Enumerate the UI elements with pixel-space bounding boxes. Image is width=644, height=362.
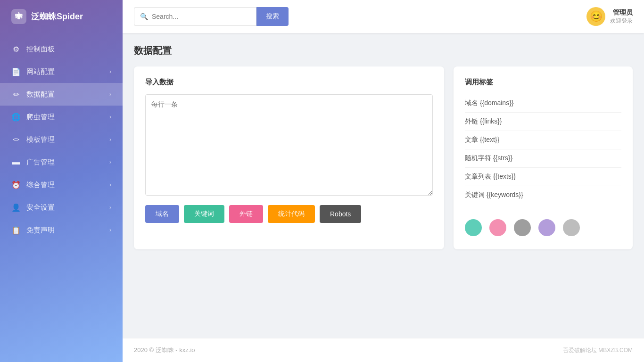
header-user: 😊 管理员 欢迎登录 bbox=[586, 7, 633, 26]
page-title: 数据配置 bbox=[134, 44, 633, 57]
sidebar-logo: 🕷 泛蜘蛛Spider bbox=[0, 0, 123, 33]
site-config-icon: 📄 bbox=[11, 67, 21, 76]
import-card: 导入数据 域名 关键词 外链 统计代码 Robots bbox=[134, 66, 444, 249]
chevron-icon: › bbox=[109, 159, 111, 165]
sidebar-item-general[interactable]: ⏰ 综合管理 › bbox=[0, 173, 123, 196]
tags-card-title: 调用标签 bbox=[465, 78, 621, 87]
sidebar-item-label: 爬虫管理 bbox=[26, 113, 55, 122]
tag-item-text: 文章 {{text}} bbox=[465, 131, 621, 149]
chevron-icon: › bbox=[109, 114, 111, 120]
content-area: 数据配置 导入数据 域名 关键词 外链 统计代码 Robots 调用标签 域名 … bbox=[123, 33, 644, 338]
content-grid: 导入数据 域名 关键词 外链 统计代码 Robots 调用标签 域名 {{dom… bbox=[134, 66, 633, 249]
chevron-icon: › bbox=[109, 204, 111, 211]
app-name: 泛蜘蛛Spider bbox=[31, 11, 83, 22]
chevron-icon: › bbox=[109, 181, 111, 188]
sidebar-item-disclaimer[interactable]: 📋 免责声明 › bbox=[0, 219, 123, 241]
sidebar-item-data-config[interactable]: ✏ 数据配置 › bbox=[0, 83, 123, 106]
keyword-button[interactable]: 关键词 bbox=[184, 205, 224, 223]
chevron-icon: › bbox=[109, 227, 111, 233]
chevron-icon: › bbox=[109, 68, 111, 75]
sidebar-item-site-config[interactable]: 📄 网站配置 › bbox=[0, 60, 123, 83]
ads-icon: ▬ bbox=[11, 157, 21, 167]
chevron-icon: › bbox=[109, 91, 111, 98]
sidebar-item-label: 网站配置 bbox=[26, 67, 55, 76]
stats-code-button[interactable]: 统计代码 bbox=[268, 205, 315, 223]
tag-item-texts: 文章列表 {{texts}} bbox=[465, 168, 621, 186]
import-card-title: 导入数据 bbox=[145, 78, 433, 87]
search-bar: 🔍 搜索 bbox=[134, 7, 289, 26]
security-icon: 👤 bbox=[11, 203, 21, 212]
main-area: 🔍 搜索 😊 管理员 欢迎登录 数据配置 导入数据 域名 关键词 外 bbox=[123, 0, 644, 362]
color-dot-green[interactable] bbox=[465, 219, 482, 236]
template-icon: <> bbox=[11, 135, 21, 144]
sidebar-item-label: 控制面板 bbox=[26, 45, 55, 54]
sidebar-item-label: 模板管理 bbox=[26, 135, 55, 144]
search-input[interactable] bbox=[152, 13, 250, 20]
disclaimer-icon: 📋 bbox=[11, 225, 21, 235]
footer-watermark: 吾爱破解论坛 MBXZB.COM bbox=[563, 346, 633, 354]
sidebar-item-label: 数据配置 bbox=[26, 90, 55, 99]
chevron-icon: › bbox=[109, 136, 111, 143]
sidebar-item-security[interactable]: 👤 安全设置 › bbox=[0, 196, 123, 219]
tag-item-domains: 域名 {{domains}} bbox=[465, 94, 621, 113]
tag-item-links: 外链 {{links}} bbox=[465, 113, 621, 131]
avatar: 😊 bbox=[586, 7, 605, 26]
footer-copyright: 2020 © 泛蜘蛛 - kxz.io bbox=[134, 346, 195, 354]
color-dot-gray[interactable] bbox=[514, 219, 531, 236]
crawler-icon: 🌐 bbox=[11, 112, 21, 122]
tag-item-strs: 随机字符 {{strs}} bbox=[465, 149, 621, 168]
color-dot-light-gray[interactable] bbox=[563, 219, 580, 236]
dashboard-icon: ⚙ bbox=[11, 44, 21, 54]
sidebar-item-label: 免责声明 bbox=[26, 226, 55, 235]
sidebar-item-dashboard[interactable]: ⚙ 控制面板 bbox=[0, 38, 123, 60]
robots-button[interactable]: Robots bbox=[320, 205, 361, 223]
sidebar-item-ads[interactable]: ▬ 广告管理 › bbox=[0, 151, 123, 173]
import-textarea[interactable] bbox=[145, 94, 433, 196]
sidebar-item-template[interactable]: <> 模板管理 › bbox=[0, 128, 123, 151]
search-button[interactable]: 搜索 bbox=[256, 7, 289, 26]
color-dot-pink[interactable] bbox=[489, 219, 506, 236]
header: 🔍 搜索 😊 管理员 欢迎登录 bbox=[123, 0, 644, 33]
search-icon: 🔍 bbox=[140, 13, 148, 20]
outlink-button[interactable]: 外链 bbox=[229, 205, 263, 223]
sidebar-menu: ⚙ 控制面板 📄 网站配置 › ✏ 数据配置 › 🌐 爬虫管理 › bbox=[0, 33, 123, 362]
general-icon: ⏰ bbox=[11, 180, 21, 189]
tag-list: 域名 {{domains}} 外链 {{links}} 文章 {{text}} … bbox=[465, 94, 621, 204]
user-welcome: 欢迎登录 bbox=[610, 17, 633, 25]
color-dots bbox=[465, 214, 621, 238]
sidebar: 🕷 泛蜘蛛Spider ⚙ 控制面板 📄 网站配置 › ✏ 数据配置 › bbox=[0, 0, 123, 362]
color-dot-lavender[interactable] bbox=[538, 219, 555, 236]
domain-button[interactable]: 域名 bbox=[145, 205, 179, 223]
sidebar-item-label: 安全设置 bbox=[26, 203, 55, 212]
tag-item-keywords: 关键词 {{keywords}} bbox=[465, 186, 621, 204]
sidebar-item-label: 广告管理 bbox=[26, 158, 55, 167]
logo-icon: 🕷 bbox=[11, 9, 26, 24]
search-input-wrap: 🔍 bbox=[134, 7, 256, 26]
user-name: 管理员 bbox=[610, 8, 633, 17]
footer: 2020 © 泛蜘蛛 - kxz.io 吾爱破解论坛 MBXZB.COM bbox=[123, 338, 644, 362]
user-info: 管理员 欢迎登录 bbox=[610, 8, 633, 25]
action-buttons: 域名 关键词 外链 统计代码 Robots bbox=[145, 205, 433, 223]
data-config-icon: ✏ bbox=[11, 90, 21, 99]
tags-card: 调用标签 域名 {{domains}} 外链 {{links}} 文章 {{te… bbox=[454, 66, 633, 249]
sidebar-item-label: 综合管理 bbox=[26, 181, 55, 189]
sidebar-item-crawler[interactable]: 🌐 爬虫管理 › bbox=[0, 106, 123, 128]
